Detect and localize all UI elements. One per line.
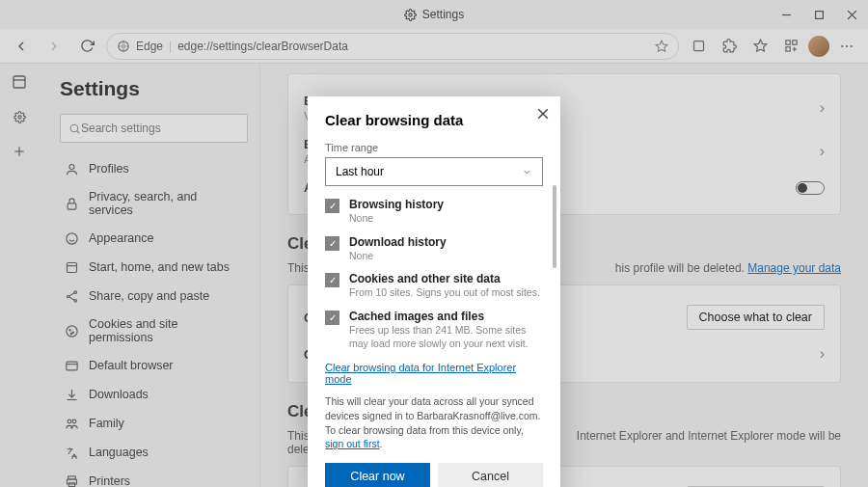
clear-option-title: Cookies and other site data: [349, 272, 540, 285]
close-dialog-button[interactable]: [533, 104, 553, 123]
clear-option-3[interactable]: ✓Cached images and filesFrees up less th…: [325, 310, 543, 350]
chevron-down-icon: [522, 167, 532, 177]
checkbox-icon[interactable]: ✓: [325, 311, 339, 325]
cancel-button[interactable]: Cancel: [438, 463, 543, 487]
time-range-value: Last hour: [336, 165, 384, 178]
dialog-title: Clear browsing data: [325, 112, 543, 128]
clear-option-title: Browsing history: [349, 198, 444, 211]
clear-option-sub: None: [349, 212, 444, 226]
clear-option-1[interactable]: ✓Download historyNone: [325, 235, 543, 263]
clear-option-0[interactable]: ✓Browsing historyNone: [325, 198, 543, 226]
time-range-select[interactable]: Last hour: [325, 157, 543, 186]
clear-option-sub: From 10 sites. Signs you out of most sit…: [349, 286, 540, 300]
dialog-scrollbar[interactable]: [553, 185, 556, 268]
clear-option-2[interactable]: ✓Cookies and other site dataFrom 10 site…: [325, 272, 543, 300]
clear-option-title: Download history: [349, 235, 447, 249]
clear-now-button[interactable]: Clear now: [325, 463, 430, 487]
sign-out-link[interactable]: sign out first: [325, 438, 380, 449]
time-range-label: Time range: [325, 142, 543, 153]
dialog-sync-note: This will clear your data across all you…: [325, 394, 543, 451]
clear-option-title: Cached images and files: [349, 310, 543, 323]
clear-option-sub: None: [349, 250, 447, 263]
checkbox-icon[interactable]: ✓: [325, 273, 339, 287]
checkbox-icon[interactable]: ✓: [325, 236, 339, 251]
clear-option-sub: Frees up less than 241 MB. Some sites ma…: [349, 324, 543, 350]
clear-browsing-data-dialog: Clear browsing data Time range Last hour…: [308, 96, 560, 487]
clear-ie-mode-link[interactable]: Clear browsing data for Internet Explore…: [325, 362, 543, 385]
checkbox-icon[interactable]: ✓: [325, 199, 339, 213]
